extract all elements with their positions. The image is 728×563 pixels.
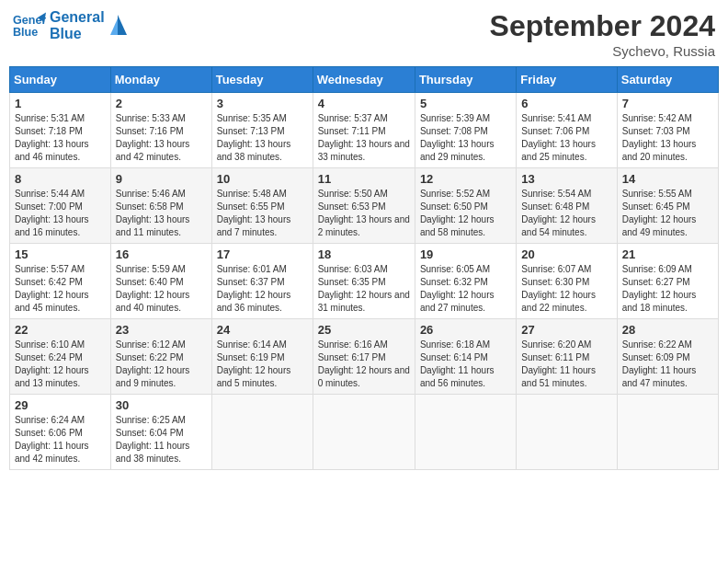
cell-details: Sunrise: 5:42 AMSunset: 7:03 PMDaylight:… xyxy=(622,112,713,164)
day-number: 17 xyxy=(217,247,308,261)
day-header-saturday: Saturday xyxy=(617,67,718,93)
day-number: 24 xyxy=(217,323,308,337)
cell-details: Sunrise: 5:50 AMSunset: 6:53 PMDaylight:… xyxy=(318,188,410,239)
calendar-cell: 14 Sunrise: 5:55 AMSunset: 6:45 PMDaylig… xyxy=(617,168,718,244)
day-number: 26 xyxy=(420,323,511,337)
svg-marker-4 xyxy=(110,18,118,35)
title-block: September 2024 Sychevo, Russia xyxy=(490,9,715,59)
calendar-header-row: SundayMondayTuesdayWednesdayThursdayFrid… xyxy=(10,67,719,93)
calendar-cell: 4 Sunrise: 5:37 AMSunset: 7:11 PMDayligh… xyxy=(313,93,415,168)
cell-details: Sunrise: 5:57 AMSunset: 6:42 PMDaylight:… xyxy=(15,263,106,315)
calendar-cell: 19 Sunrise: 6:05 AMSunset: 6:32 PMDaylig… xyxy=(415,244,516,319)
day-number: 16 xyxy=(116,247,207,261)
calendar-cell: 24 Sunrise: 6:14 AMSunset: 6:19 PMDaylig… xyxy=(211,319,313,395)
day-number: 8 xyxy=(15,172,106,186)
calendar-cell: 5 Sunrise: 5:39 AMSunset: 7:08 PMDayligh… xyxy=(415,93,516,168)
cell-details: Sunrise: 5:55 AMSunset: 6:45 PMDaylight:… xyxy=(622,188,713,239)
svg-marker-3 xyxy=(118,15,127,35)
cell-details: Sunrise: 6:07 AMSunset: 6:30 PMDaylight:… xyxy=(521,263,611,315)
calendar-cell: 30 Sunrise: 6:25 AMSunset: 6:04 PMDaylig… xyxy=(110,395,211,470)
cell-details: Sunrise: 6:12 AMSunset: 6:22 PMDaylight:… xyxy=(116,339,207,390)
calendar-cell: 20 Sunrise: 6:07 AMSunset: 6:30 PMDaylig… xyxy=(517,244,617,319)
cell-details: Sunrise: 6:25 AMSunset: 6:04 PMDaylight:… xyxy=(116,414,207,465)
calendar-cell xyxy=(415,395,516,470)
calendar-week-2: 8 Sunrise: 5:44 AMSunset: 7:00 PMDayligh… xyxy=(10,168,719,244)
calendar-week-1: 1 Sunrise: 5:31 AMSunset: 7:18 PMDayligh… xyxy=(10,93,719,168)
cell-details: Sunrise: 6:22 AMSunset: 6:09 PMDaylight:… xyxy=(622,339,713,390)
day-number: 23 xyxy=(116,323,207,337)
cell-details: Sunrise: 5:48 AMSunset: 6:55 PMDaylight:… xyxy=(217,188,308,239)
day-number: 13 xyxy=(521,172,611,186)
day-number: 7 xyxy=(622,97,713,110)
calendar-cell xyxy=(313,395,415,470)
calendar-cell: 29 Sunrise: 6:24 AMSunset: 6:06 PMDaylig… xyxy=(10,395,111,470)
cell-details: Sunrise: 5:52 AMSunset: 6:50 PMDaylight:… xyxy=(420,188,511,239)
cell-details: Sunrise: 6:24 AMSunset: 6:06 PMDaylight:… xyxy=(15,414,106,465)
page-header: General Blue General Blue September 2024… xyxy=(9,9,719,59)
day-number: 18 xyxy=(318,247,410,261)
cell-details: Sunrise: 6:05 AMSunset: 6:32 PMDaylight:… xyxy=(420,263,511,315)
calendar-cell: 13 Sunrise: 5:54 AMSunset: 6:48 PMDaylig… xyxy=(517,168,617,244)
cell-details: Sunrise: 5:54 AMSunset: 6:48 PMDaylight:… xyxy=(521,188,611,239)
calendar-cell: 1 Sunrise: 5:31 AMSunset: 7:18 PMDayligh… xyxy=(10,93,111,168)
calendar-cell: 22 Sunrise: 6:10 AMSunset: 6:24 PMDaylig… xyxy=(10,319,111,395)
cell-details: Sunrise: 5:41 AMSunset: 7:06 PMDaylight:… xyxy=(521,112,611,164)
svg-text:Blue: Blue xyxy=(13,26,38,39)
day-number: 15 xyxy=(15,247,106,261)
calendar-cell: 23 Sunrise: 6:12 AMSunset: 6:22 PMDaylig… xyxy=(110,319,211,395)
cell-details: Sunrise: 5:46 AMSunset: 6:58 PMDaylight:… xyxy=(116,188,207,239)
calendar-week-3: 15 Sunrise: 5:57 AMSunset: 6:42 PMDaylig… xyxy=(10,244,719,319)
day-number: 6 xyxy=(521,97,611,110)
cell-details: Sunrise: 5:37 AMSunset: 7:11 PMDaylight:… xyxy=(318,112,410,164)
day-header-friday: Friday xyxy=(517,67,617,93)
calendar-cell: 2 Sunrise: 5:33 AMSunset: 7:16 PMDayligh… xyxy=(110,93,211,168)
cell-details: Sunrise: 6:10 AMSunset: 6:24 PMDaylight:… xyxy=(15,339,106,390)
day-number: 9 xyxy=(116,172,207,186)
calendar-cell xyxy=(517,395,617,470)
month-title: September 2024 xyxy=(490,9,715,43)
day-number: 1 xyxy=(15,97,106,110)
day-header-thursday: Thursday xyxy=(415,67,516,93)
cell-details: Sunrise: 6:18 AMSunset: 6:14 PMDaylight:… xyxy=(420,339,511,390)
calendar-week-4: 22 Sunrise: 6:10 AMSunset: 6:24 PMDaylig… xyxy=(10,319,719,395)
cell-details: Sunrise: 5:35 AMSunset: 7:13 PMDaylight:… xyxy=(217,112,308,164)
day-number: 4 xyxy=(318,97,410,110)
calendar-cell: 18 Sunrise: 6:03 AMSunset: 6:35 PMDaylig… xyxy=(313,244,415,319)
calendar-cell: 9 Sunrise: 5:46 AMSunset: 6:58 PMDayligh… xyxy=(110,168,211,244)
day-header-wednesday: Wednesday xyxy=(313,67,415,93)
day-number: 14 xyxy=(622,172,713,186)
calendar-table: SundayMondayTuesdayWednesdayThursdayFrid… xyxy=(9,66,719,470)
day-number: 5 xyxy=(420,97,511,110)
calendar-cell: 11 Sunrise: 5:50 AMSunset: 6:53 PMDaylig… xyxy=(313,168,415,244)
cell-details: Sunrise: 6:01 AMSunset: 6:37 PMDaylight:… xyxy=(217,263,308,315)
day-number: 2 xyxy=(116,97,207,110)
cell-details: Sunrise: 6:16 AMSunset: 6:17 PMDaylight:… xyxy=(318,339,410,390)
calendar-cell: 3 Sunrise: 5:35 AMSunset: 7:13 PMDayligh… xyxy=(211,93,313,168)
cell-details: Sunrise: 5:33 AMSunset: 7:16 PMDaylight:… xyxy=(116,112,207,164)
calendar-cell: 7 Sunrise: 5:42 AMSunset: 7:03 PMDayligh… xyxy=(617,93,718,168)
calendar-cell: 27 Sunrise: 6:20 AMSunset: 6:11 PMDaylig… xyxy=(517,319,617,395)
day-number: 19 xyxy=(420,247,511,261)
day-number: 29 xyxy=(15,398,106,412)
day-number: 30 xyxy=(116,398,207,412)
cell-details: Sunrise: 6:03 AMSunset: 6:35 PMDaylight:… xyxy=(318,263,410,315)
calendar-week-5: 29 Sunrise: 6:24 AMSunset: 6:06 PMDaylig… xyxy=(10,395,719,470)
day-header-monday: Monday xyxy=(110,67,211,93)
day-number: 3 xyxy=(217,97,308,110)
calendar-cell: 15 Sunrise: 5:57 AMSunset: 6:42 PMDaylig… xyxy=(10,244,111,319)
calendar-cell xyxy=(211,395,313,470)
cell-details: Sunrise: 5:39 AMSunset: 7:08 PMDaylight:… xyxy=(420,112,511,164)
calendar-cell: 26 Sunrise: 6:18 AMSunset: 6:14 PMDaylig… xyxy=(415,319,516,395)
calendar-cell: 17 Sunrise: 6:01 AMSunset: 6:37 PMDaylig… xyxy=(211,244,313,319)
logo-icon: General Blue xyxy=(13,9,46,42)
day-number: 27 xyxy=(521,323,611,337)
day-number: 25 xyxy=(318,323,410,337)
day-number: 12 xyxy=(420,172,511,186)
day-number: 11 xyxy=(318,172,410,186)
cell-details: Sunrise: 6:09 AMSunset: 6:27 PMDaylight:… xyxy=(622,263,713,315)
day-number: 20 xyxy=(521,247,611,261)
calendar-cell: 21 Sunrise: 6:09 AMSunset: 6:27 PMDaylig… xyxy=(617,244,718,319)
cell-details: Sunrise: 5:59 AMSunset: 6:40 PMDaylight:… xyxy=(116,263,207,315)
day-number: 28 xyxy=(622,323,713,337)
sail-icon xyxy=(108,13,127,39)
